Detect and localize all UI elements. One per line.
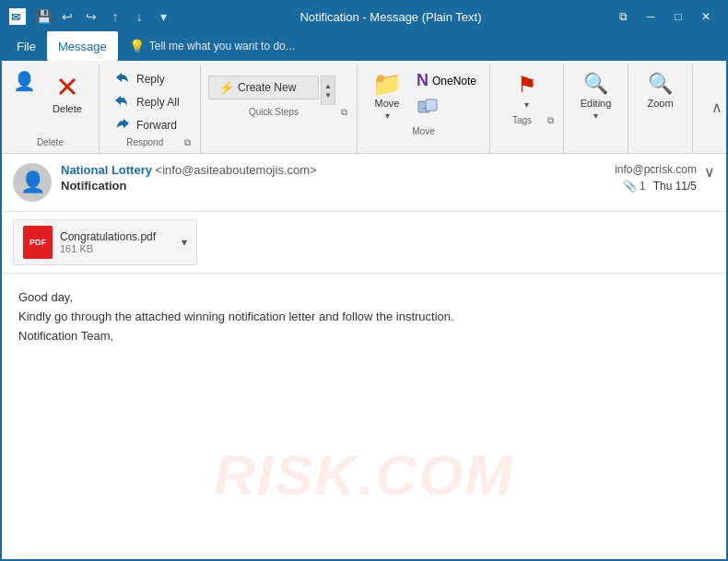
- reply-all-icon: [114, 94, 131, 110]
- up-btn[interactable]: ↑: [107, 9, 123, 24]
- expand-button[interactable]: ∨: [704, 163, 715, 181]
- ribbon-group-tags: ⚑ ▾ Tags ⧉: [490, 64, 564, 153]
- quick-steps-dropdown[interactable]: ▲ ▼: [321, 76, 335, 105]
- onenote-button[interactable]: N OneNote: [411, 68, 482, 93]
- title-bar-left: ✉ 💾 ↩ ↪ ↑ ↓ ▾: [9, 8, 171, 25]
- pdf-icon: PDF: [23, 226, 53, 259]
- forward-icon: [114, 117, 131, 133]
- svg-text:→: →: [420, 104, 428, 112]
- editing-group-label: [571, 124, 620, 128]
- minimize-btn[interactable]: ─: [638, 6, 663, 27]
- zoom-group-label: [636, 112, 685, 116]
- attachment-name: Congratulations.pdf: [60, 230, 174, 243]
- create-new-label: Create New: [238, 81, 296, 94]
- menu-file[interactable]: File: [6, 31, 47, 61]
- onenote-icon: N: [417, 71, 429, 90]
- close-btn[interactable]: ✕: [693, 6, 719, 27]
- ribbon-group-move: 📁 Move ▾ N OneNote →: [358, 64, 490, 153]
- meta-row: 📎 1 Thu 11/5: [623, 180, 697, 193]
- create-new-button[interactable]: ⚡ Create New: [208, 76, 319, 99]
- menu-btn[interactable]: ▾: [155, 9, 171, 24]
- tell-me-text: Tell me what you want to do...: [149, 40, 295, 53]
- ribbon-group-respond: Reply Reply All: [100, 64, 201, 153]
- editing-group-bottom: [571, 124, 620, 128]
- menu-message[interactable]: Message: [47, 31, 118, 61]
- zoom-group-bottom: [636, 112, 685, 116]
- quick-steps-corner-btn[interactable]: ⧉: [339, 107, 349, 118]
- tags-group-bottom: Tags ⧉: [498, 113, 556, 127]
- tags-dropdown-arrow: ▾: [524, 99, 529, 110]
- editing-label: Editing: [581, 98, 612, 109]
- respond-corner-btn[interactable]: ⧉: [182, 137, 193, 148]
- maximize-btn[interactable]: □: [665, 6, 691, 27]
- move-group-inner: 📁 Move ▾ N OneNote →: [365, 68, 482, 124]
- respond-buttons: Reply Reply All: [107, 68, 187, 135]
- ribbon-group-zoom: 🔍 Zoom: [628, 64, 693, 153]
- restore-btn[interactable]: ⧉: [610, 6, 636, 27]
- forward-label: Forward: [136, 119, 177, 132]
- email-subject: Notification: [61, 179, 615, 193]
- forward-button[interactable]: Forward: [107, 114, 187, 135]
- quick-steps-label: Quick Steps: [208, 105, 339, 119]
- attachment-count: 1: [640, 180, 646, 193]
- delete-group-buttons: 👤 Delete: [9, 68, 91, 135]
- move-group-label: Move: [365, 124, 482, 138]
- reply-icon: [114, 71, 131, 87]
- attachment-dropdown-btn[interactable]: ▾: [182, 236, 187, 249]
- reply-button[interactable]: Reply: [107, 68, 187, 89]
- svg-text:✉: ✉: [11, 11, 20, 24]
- move-secondary-icon[interactable]: →: [411, 95, 482, 119]
- outlook-icon: ✉: [9, 8, 26, 25]
- avatar-icon: 👤: [20, 170, 45, 194]
- respond-group-label: Respond: [107, 135, 182, 149]
- attachment-indicator: 📎 1: [623, 180, 646, 193]
- down-btn[interactable]: ↓: [131, 9, 147, 24]
- delete-label: Delete: [53, 103, 82, 114]
- email-header: 👤 National Lottery <info@asiteaboutemoji…: [2, 154, 726, 212]
- delete-group-bottom: Delete: [9, 135, 91, 149]
- ribbon-collapse-btn[interactable]: ∧: [711, 99, 722, 116]
- move-dropdown-arrow: ▾: [385, 111, 390, 121]
- lightbulb-icon: 💡: [129, 39, 145, 53]
- ribbon-group-delete: 👤 Delete Delete: [2, 64, 100, 153]
- person-icon: 👤: [13, 70, 36, 92]
- email-to: info@pcrisk.com: [615, 163, 697, 176]
- email-info: National Lottery <info@asiteaboutemojis.…: [61, 163, 615, 193]
- save-quick-btn[interactable]: 💾: [35, 9, 52, 24]
- tags-button[interactable]: ⚑ ▾: [510, 68, 545, 113]
- move-secondary-buttons: N OneNote →: [411, 68, 482, 119]
- title-bar-quick-access: 💾 ↩ ↪ ↑ ↓ ▾: [35, 9, 171, 24]
- sender-line: National Lottery <info@asiteaboutemojis.…: [61, 163, 615, 177]
- email-body: Good day, Kindly go through the attached…: [2, 274, 726, 360]
- reply-all-label: Reply All: [136, 96, 180, 109]
- zoom-icon: 🔍: [648, 72, 673, 96]
- respond-group-bottom: Respond ⧉: [107, 135, 193, 149]
- redo-btn[interactable]: ↪: [83, 9, 100, 24]
- undo-btn[interactable]: ↩: [59, 9, 76, 24]
- move-button[interactable]: 📁 Move ▾: [365, 68, 409, 124]
- email-meta: info@pcrisk.com 📎 1 Thu 11/5: [615, 163, 697, 193]
- move-group-bottom: Move: [365, 124, 482, 138]
- reply-all-button[interactable]: Reply All: [107, 91, 187, 112]
- title-bar: ✉ 💾 ↩ ↪ ↑ ↓ ▾ Notification - Message (Pl…: [2, 2, 726, 31]
- move-label: Move: [375, 98, 400, 109]
- zoom-label: Zoom: [647, 98, 673, 109]
- email-date: Thu 11/5: [653, 180, 697, 193]
- body-line2: Kindly go through the attached winning n…: [18, 308, 710, 327]
- ribbon-group-quick-steps: ⚡ Create New ▲ ▼ Quick Steps ⧉: [201, 64, 358, 153]
- zoom-button[interactable]: 🔍 Zoom: [640, 68, 680, 112]
- reply-label: Reply: [136, 73, 165, 86]
- editing-button[interactable]: 🔍 Editing ▾: [573, 68, 619, 124]
- tell-me-box[interactable]: 💡 Tell me what you want to do...: [118, 31, 306, 61]
- menu-bar: File Message 💡 Tell me what you want to …: [2, 31, 726, 61]
- paperclip-icon: 📎: [623, 180, 637, 193]
- attachment-info: Congratulations.pdf 161 KB: [60, 230, 174, 254]
- attachment-item[interactable]: PDF Congratulations.pdf 161 KB ▾: [13, 219, 197, 265]
- sender-email: <info@asiteaboutemojis.com>: [156, 163, 317, 177]
- move-folder-icon: 📁: [372, 72, 402, 96]
- tags-corner-btn[interactable]: ⧉: [546, 115, 556, 126]
- ribbon-group-editing: 🔍 Editing ▾: [564, 64, 628, 153]
- delete-button[interactable]: Delete: [43, 68, 91, 118]
- window-title: Notification - Message (Plain Text): [171, 10, 610, 24]
- attachment-size: 161 KB: [60, 243, 174, 254]
